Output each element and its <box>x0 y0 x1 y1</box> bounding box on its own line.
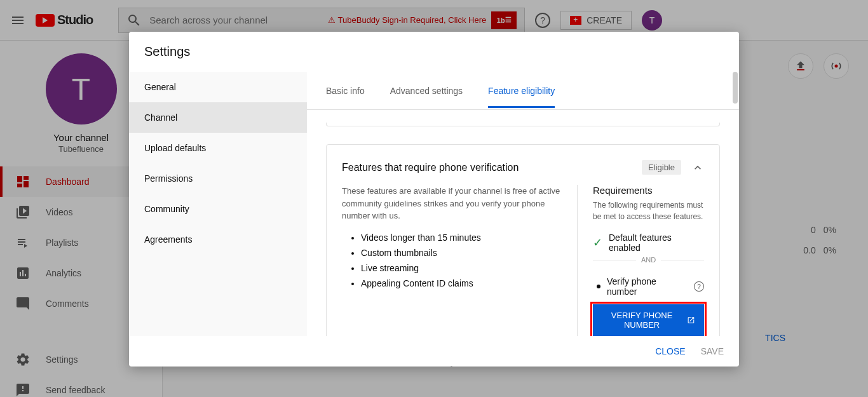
list-item: Appealing Content ID claims <box>361 278 562 288</box>
and-divider: AND <box>593 260 704 269</box>
info-icon[interactable]: ? <box>694 281 704 292</box>
card-description: These features are available if your cha… <box>342 185 562 222</box>
requirement-enabled: ✓ Default features enabled <box>593 232 704 253</box>
dialog-nav-permissions[interactable]: Permissions <box>129 163 307 194</box>
tabs: Basic info Advanced settings Feature eli… <box>307 72 739 110</box>
dialog-title: Settings <box>129 32 739 72</box>
dialog-sidebar: General Channel Upload defaults Permissi… <box>129 72 307 336</box>
tab-basic-info[interactable]: Basic info <box>326 74 365 107</box>
feature-list: Videos longer than 15 minutes Custom thu… <box>342 232 562 288</box>
prev-card-bottom <box>326 123 720 126</box>
tab-advanced-settings[interactable]: Advanced settings <box>390 74 463 107</box>
close-button[interactable]: CLOSE <box>655 346 685 356</box>
bullet-icon <box>597 285 600 288</box>
dialog-nav-channel[interactable]: Channel <box>129 102 307 133</box>
requirements-desc: The following requirements must be met t… <box>593 199 704 222</box>
list-item: Live streaming <box>361 263 562 273</box>
settings-dialog: Settings General Channel Upload defaults… <box>129 32 739 367</box>
requirements-title: Requirements <box>593 185 704 196</box>
eligible-badge: Eligible <box>642 160 681 175</box>
list-item: Custom thumbnails <box>361 248 562 258</box>
check-icon: ✓ <box>593 236 602 250</box>
dialog-nav-community[interactable]: Community <box>129 194 307 224</box>
dialog-nav-general[interactable]: General <box>129 72 307 102</box>
chevron-up-icon[interactable] <box>691 161 704 174</box>
dialog-nav-upload-defaults[interactable]: Upload defaults <box>129 133 307 163</box>
scroll-thumb[interactable] <box>733 72 738 104</box>
save-button[interactable]: SAVE <box>701 346 724 356</box>
tab-feature-eligibility[interactable]: Feature eligibility <box>488 74 555 107</box>
requirement-verify: Verify phone number ? <box>593 276 704 297</box>
verify-phone-button[interactable]: VERIFY PHONE NUMBER <box>593 304 704 336</box>
list-item: Videos longer than 15 minutes <box>361 232 562 243</box>
dialog-nav-agreements[interactable]: Agreements <box>129 224 307 255</box>
phone-verification-card: Features that require phone verification… <box>326 144 720 336</box>
open-external-icon <box>687 315 695 325</box>
card-title: Features that require phone verification <box>342 162 519 173</box>
